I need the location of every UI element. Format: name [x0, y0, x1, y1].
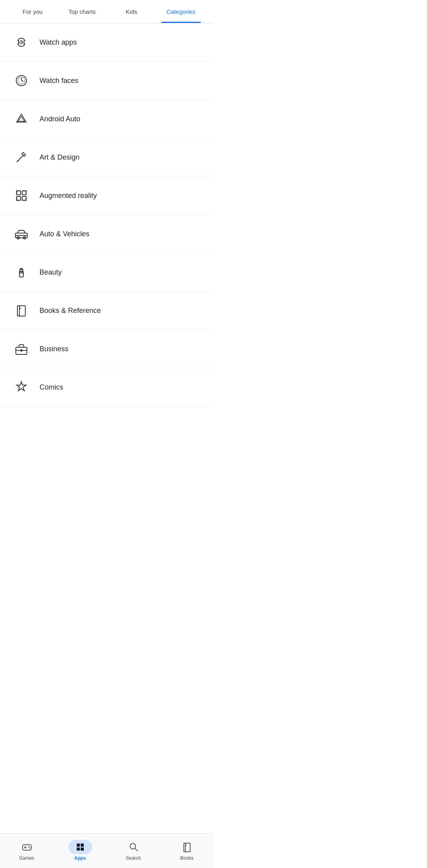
svg-marker-35 [17, 382, 26, 391]
category-item-watch-apps[interactable]: Watch apps [0, 23, 214, 62]
category-item-augmented-reality[interactable]: Augmented reality [0, 177, 214, 215]
svg-rect-18 [22, 191, 26, 195]
comics-icon [11, 377, 32, 397]
svg-rect-25 [19, 271, 23, 277]
category-item-watch-faces[interactable]: Watch faces [0, 62, 214, 100]
category-label-business: Business [40, 345, 68, 353]
category-list: Watch apps Watch faces Android Auto [0, 23, 214, 407]
svg-rect-19 [17, 196, 21, 200]
top-navigation: For you Top charts Kids Categories [0, 0, 214, 23]
tab-categories[interactable]: Categories [156, 0, 206, 23]
svg-line-14 [17, 155, 24, 161]
category-label-beauty: Beauty [40, 268, 62, 277]
category-item-android-auto[interactable]: Android Auto [0, 100, 214, 138]
svg-line-11 [21, 81, 23, 81]
category-label-augmented-reality: Augmented reality [40, 192, 97, 200]
category-item-art-design[interactable]: Art & Design [0, 138, 214, 177]
category-item-business[interactable]: Business [0, 330, 214, 368]
svg-rect-20 [22, 196, 26, 200]
art-design-icon [11, 147, 32, 168]
category-label-android-auto: Android Auto [40, 115, 80, 123]
watch-face-icon [11, 70, 32, 91]
book-icon [11, 300, 32, 321]
tab-kids[interactable]: Kids [107, 0, 156, 23]
svg-rect-17 [17, 191, 21, 195]
business-icon [11, 339, 32, 359]
category-label-auto-vehicles: Auto & Vehicles [40, 230, 89, 238]
category-item-auto-vehicles[interactable]: Auto & Vehicles [0, 215, 214, 253]
category-label-art-design: Art & Design [40, 153, 79, 162]
category-item-books-reference[interactable]: Books & Reference [0, 292, 214, 330]
category-item-comics[interactable]: Comics [0, 368, 214, 407]
category-label-comics: Comics [40, 383, 63, 392]
android-auto-icon [11, 109, 32, 129]
category-label-books-reference: Books & Reference [40, 307, 101, 315]
svg-line-7 [21, 42, 23, 43]
category-item-beauty[interactable]: Beauty [0, 253, 214, 292]
category-label-watch-faces: Watch faces [40, 77, 78, 85]
watch-icon [11, 32, 32, 53]
svg-rect-29 [17, 306, 25, 316]
tab-for-you[interactable]: For you [8, 0, 57, 23]
car-icon [11, 224, 32, 244]
svg-marker-12 [17, 114, 26, 122]
category-label-watch-apps: Watch apps [40, 38, 77, 47]
tab-top-charts[interactable]: Top charts [57, 0, 107, 23]
beauty-icon [11, 262, 32, 282]
ar-icon [11, 185, 32, 206]
